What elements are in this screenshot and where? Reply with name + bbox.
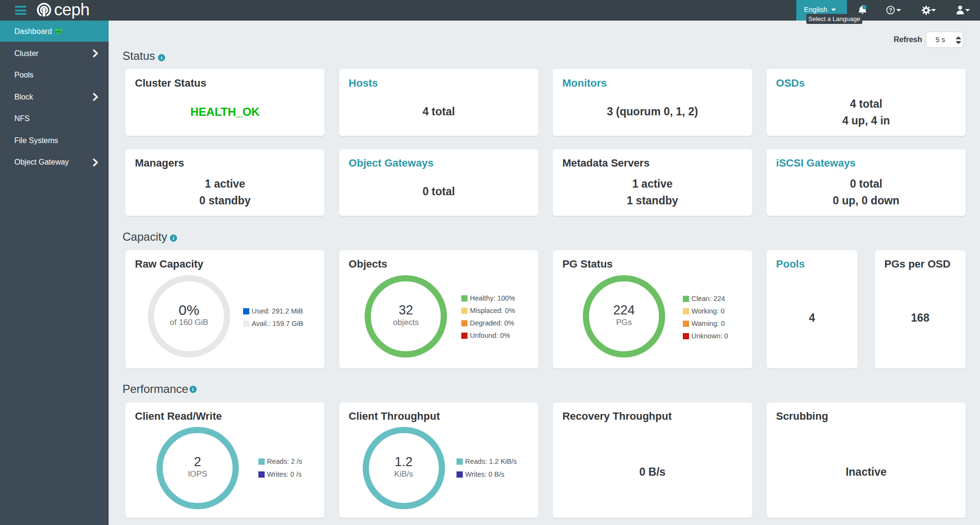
svg-text:?: ?: [889, 7, 892, 13]
